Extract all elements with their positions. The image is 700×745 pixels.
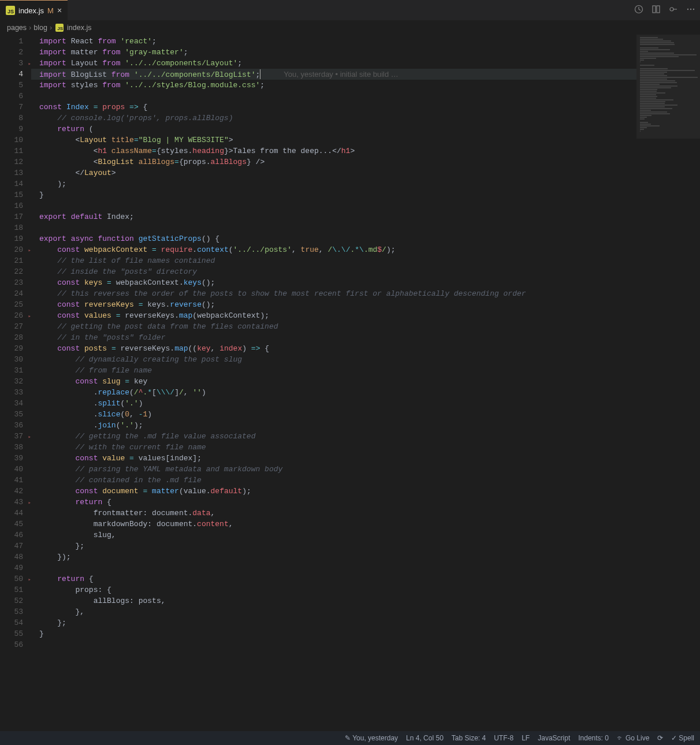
svg-rect-2 bbox=[657, 6, 660, 13]
code-line[interactable]: const reverseKeys = keys.reverse(); bbox=[31, 299, 636, 310]
run-icon[interactable] bbox=[669, 5, 678, 16]
line-number: 7 bbox=[0, 102, 23, 113]
code-line[interactable]: // from file name bbox=[31, 365, 636, 376]
code-line[interactable]: // the list of file names contained bbox=[31, 255, 636, 266]
code-line[interactable]: .slice(0, -1) bbox=[31, 409, 636, 420]
code-line[interactable]: // getting the .md file value associated bbox=[31, 431, 636, 442]
code-line[interactable]: .join('.'); bbox=[31, 420, 636, 431]
svg-point-3 bbox=[670, 8, 673, 11]
status-encoding[interactable]: UTF-8 bbox=[494, 734, 513, 742]
line-number: 39 bbox=[0, 453, 23, 464]
line-number: 31 bbox=[0, 365, 23, 376]
code-line[interactable]: return { bbox=[31, 497, 636, 508]
code-line[interactable]: <h1 className={styles.heading}>Tales fro… bbox=[31, 146, 636, 157]
code-line[interactable]: </Layout> bbox=[31, 167, 636, 178]
code-line[interactable]: } bbox=[31, 189, 636, 200]
code-line[interactable]: <Layout title="Blog | MY WEBS3ITE"> bbox=[31, 135, 636, 146]
code-line[interactable]: return ( bbox=[31, 124, 636, 135]
breadcrumb-segment[interactable]: index.js bbox=[67, 24, 91, 32]
line-number: 52 bbox=[0, 595, 23, 606]
minimap-viewport[interactable] bbox=[636, 35, 700, 139]
history-icon[interactable] bbox=[634, 5, 643, 16]
close-icon[interactable]: × bbox=[57, 6, 62, 15]
code-line[interactable]: }); bbox=[31, 552, 636, 563]
code-line[interactable]: const webpackContext = require.context('… bbox=[31, 244, 636, 255]
status-language[interactable]: JavaScript bbox=[538, 734, 570, 742]
breadcrumb[interactable]: pages › blog › JS index.js bbox=[0, 21, 700, 35]
code-line[interactable]: slug, bbox=[31, 530, 636, 541]
code-line[interactable]: import React from 'react'; bbox=[31, 36, 636, 47]
code-line[interactable]: import BlogList from '../../components/B… bbox=[31, 69, 636, 80]
code-line[interactable]: frontmatter: document.data, bbox=[31, 508, 636, 519]
code-line[interactable]: // inside the "posts" directory bbox=[31, 266, 636, 277]
code-line[interactable]: // in the "posts" folder bbox=[31, 332, 636, 343]
line-number: 8 bbox=[0, 113, 23, 124]
code-line[interactable]: export default Index; bbox=[31, 211, 636, 222]
status-go-live[interactable]: ᯤGo Live bbox=[617, 734, 649, 742]
code-line[interactable]: // parsing the YAML metadata and markdow… bbox=[31, 464, 636, 475]
code-line[interactable]: allBlogs: posts, bbox=[31, 595, 636, 606]
code-line[interactable]: // this reverses the order of the posts … bbox=[31, 288, 636, 299]
code-line[interactable]: <BlogList allBlogs={props.allBlogs} /> bbox=[31, 157, 636, 167]
editor[interactable]: 1234567891011121314151617181920212223242… bbox=[0, 35, 700, 731]
code-line[interactable]: const keys = webpackContext.keys(); bbox=[31, 277, 636, 288]
status-cursor-position[interactable]: Ln 4, Col 50 bbox=[406, 734, 444, 742]
tab-index-js[interactable]: JS index.js M × bbox=[0, 0, 68, 21]
status-spell[interactable]: ✓Spell bbox=[671, 734, 694, 742]
status-eol[interactable]: LF bbox=[522, 734, 530, 742]
code-line[interactable]: }, bbox=[31, 606, 636, 617]
minimap[interactable] bbox=[636, 35, 700, 731]
line-number: 2 bbox=[0, 47, 23, 58]
code-line[interactable]: }; bbox=[31, 541, 636, 552]
code-line[interactable]: import Layout from '../../components/Lay… bbox=[31, 58, 636, 69]
code-line[interactable]: const posts = reverseKeys.map((key, inde… bbox=[31, 343, 636, 354]
code-line[interactable]: const values = reverseKeys.map(webpackCo… bbox=[31, 310, 636, 321]
code-line[interactable]: import matter from 'gray-matter'; bbox=[31, 47, 636, 58]
line-number: 46 bbox=[0, 530, 23, 541]
code-line[interactable]: ); bbox=[31, 178, 636, 189]
line-number: 48 bbox=[0, 552, 23, 563]
code-line[interactable]: // contained in the .md file bbox=[31, 475, 636, 486]
line-number: 38 bbox=[0, 442, 23, 453]
code-line[interactable] bbox=[31, 91, 636, 102]
code-line[interactable] bbox=[31, 200, 636, 211]
status-indents[interactable]: Indents: 0 bbox=[578, 734, 609, 742]
code-line[interactable]: const value = values[index]; bbox=[31, 453, 636, 464]
status-tab-size[interactable]: Tab Size: 4 bbox=[452, 734, 486, 742]
more-icon[interactable] bbox=[686, 5, 695, 16]
diff-icon[interactable] bbox=[651, 5, 661, 16]
code-area[interactable]: import React from 'react';import matter … bbox=[31, 35, 636, 731]
line-number: 49 bbox=[0, 563, 23, 573]
code-line[interactable]: import styles from '../../styles/Blog.mo… bbox=[31, 80, 636, 91]
line-number: 47 bbox=[0, 541, 23, 552]
code-line[interactable]: export async function getStaticProps() { bbox=[31, 233, 636, 244]
code-line[interactable] bbox=[31, 222, 636, 233]
code-line[interactable]: // dynamically creating the post slug bbox=[31, 354, 636, 365]
status-blame[interactable]: ✎You, yesterday bbox=[345, 734, 398, 742]
line-number: 17 bbox=[0, 211, 23, 222]
code-line[interactable]: return { bbox=[31, 573, 636, 584]
code-line[interactable]: } bbox=[31, 628, 636, 639]
line-number: 5 bbox=[0, 80, 23, 91]
code-line[interactable]: .replace(/^.*[\\\/]/, '') bbox=[31, 387, 636, 398]
code-line[interactable]: // with the current file name bbox=[31, 442, 636, 453]
code-line[interactable] bbox=[31, 563, 636, 573]
code-line[interactable]: markdownBody: document.content, bbox=[31, 519, 636, 530]
line-number: 16 bbox=[0, 200, 23, 211]
code-line[interactable]: props: { bbox=[31, 584, 636, 595]
breadcrumb-segment[interactable]: blog bbox=[33, 24, 47, 32]
code-line[interactable]: // getting the post data from the files … bbox=[31, 321, 636, 332]
line-number: 10 bbox=[0, 135, 23, 146]
tab-name: index.js bbox=[18, 6, 44, 15]
line-number: 15 bbox=[0, 189, 23, 200]
code-line[interactable]: // console.log('props', props.allBlogs) bbox=[31, 113, 636, 124]
code-line[interactable] bbox=[31, 639, 636, 650]
code-line[interactable]: const slug = key bbox=[31, 376, 636, 387]
code-line[interactable]: const document = matter(value.default); bbox=[31, 486, 636, 497]
svg-point-4 bbox=[687, 8, 688, 9]
code-line[interactable]: .split('.') bbox=[31, 398, 636, 409]
code-line[interactable]: const Index = props => { bbox=[31, 102, 636, 113]
code-line[interactable]: }; bbox=[31, 617, 636, 628]
breadcrumb-segment[interactable]: pages bbox=[7, 24, 27, 32]
status-sync-icon[interactable]: ⟳ bbox=[657, 734, 663, 742]
